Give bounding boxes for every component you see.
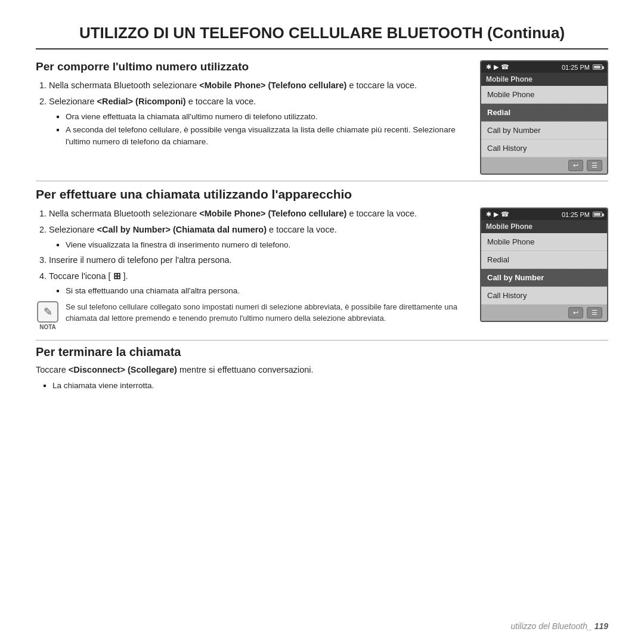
section2-title: Per effettuare una chiamata utilizzando … — [36, 181, 608, 202]
step2-4-icon: ⊞ — [113, 271, 121, 281]
screen1-statusbar: ✱ ▶ ☎ 01:25 PM — [481, 61, 607, 73]
page-footer: utilizzo del Bluetooth_ 119 — [511, 621, 608, 631]
screen2-statusbar: ✱ ▶ ☎ 01:25 PM — [481, 209, 607, 220]
screen2-back-btn[interactable]: ↩ — [568, 307, 583, 318]
bt-icon-2: ✱ — [486, 210, 491, 218]
screen2-menu: Mobile Phone Redial Call by Number Call … — [481, 233, 607, 305]
step2-1: Nella schermata Bluetooth selezionare <M… — [49, 208, 468, 221]
bullet2-2: Si sta effettuando una chiamata all'altr… — [66, 285, 468, 297]
screen1-item-1: Redial — [481, 104, 607, 122]
bullet1-2: A seconda del telefono cellulare, è poss… — [66, 124, 468, 148]
step1-1: Nella schermata Bluetooth selezionare <M… — [49, 79, 468, 92]
device-screen-2: ✱ ▶ ☎ 01:25 PM Mobile Phone Mobile Phone… — [480, 208, 608, 322]
screen2-item-2: Call by Number — [481, 269, 607, 287]
section1-bullets: Ora viene effettuata la chiamata all'ult… — [49, 111, 468, 148]
section1-title: Per comporre l'ultimo numero utilizzato — [36, 60, 468, 73]
nota-label: NOTA — [39, 324, 56, 330]
step2-2: Selezionare <Call by Number> (Chiamata d… — [49, 224, 468, 251]
bullet1-1: Ora viene effettuata la chiamata all'ult… — [66, 111, 468, 123]
section3: Per terminare la chiamata Toccare <Disco… — [36, 340, 608, 392]
device-screen-1: ✱ ▶ ☎ 01:25 PM Mobile Phone Mobile Phone… — [480, 60, 608, 175]
screen2-item-0: Mobile Phone — [481, 233, 607, 251]
section3-title: Per terminare la chiamata — [36, 345, 608, 359]
section2-bullets: Viene visualizzata la finestra di inseri… — [49, 239, 468, 251]
section3-bold: <Disconnect> (Scollegare) — [69, 365, 177, 374]
footer-page: 119 — [595, 621, 608, 631]
screen2-time: 01:25 PM — [562, 211, 590, 218]
screen1-menu-btn[interactable]: ☰ — [587, 160, 602, 171]
screen2-item-1: Redial — [481, 251, 607, 269]
section1: Per comporre l'ultimo numero utilizzato … — [36, 60, 608, 175]
step1-1-bold: <Mobile Phone> (Telefono cellulare) — [199, 80, 346, 90]
step1-2: Selezionare <Redial> (Ricomponi) e tocca… — [49, 95, 468, 148]
screen1-back-btn[interactable]: ↩ — [568, 160, 583, 171]
step2-1-bold: <Mobile Phone> (Telefono cellulare) — [199, 209, 346, 218]
screen2-phone: ☎ — [501, 210, 509, 218]
screen2-item-3: Call History — [481, 287, 607, 305]
screen1-menu: Mobile Phone Redial Call by Number Call … — [481, 86, 607, 157]
screen2-menu-btn[interactable]: ☰ — [587, 307, 602, 318]
section2-content: Nella schermata Bluetooth selezionare <M… — [36, 208, 468, 333]
screen1-play: ▶ — [494, 63, 499, 71]
screen1-phone: ☎ — [501, 63, 509, 71]
screen1-time: 01:25 PM — [562, 64, 590, 71]
battery-icon-2 — [593, 212, 602, 217]
bullet3-1: La chiamata viene interrotta. — [52, 380, 608, 392]
battery-icon-1 — [593, 64, 602, 70]
screen1-item-2: Call by Number — [481, 122, 607, 140]
screen1-header: Mobile Phone — [481, 73, 607, 86]
section2: Nella schermata Bluetooth selezionare <M… — [36, 208, 608, 333]
step2-4: Toccare l'icona [ ⊞ ]. Si sta effettuand… — [49, 270, 468, 298]
footer-text: utilizzo del Bluetooth_ — [511, 621, 595, 631]
page: UTILIZZO DI UN TELEFONO CELLULARE BLUETO… — [0, 0, 644, 644]
section2-bullets2: Si sta effettuando una chiamata all'altr… — [49, 285, 468, 297]
section3-text: Toccare <Disconnect> (Scollegare) mentre… — [36, 364, 608, 377]
screen1-item-0: Mobile Phone — [481, 86, 607, 104]
bt-icon-1: ✱ — [486, 63, 491, 71]
section1-content: Per comporre l'ultimo numero utilizzato … — [36, 60, 468, 151]
step1-2-bold: <Redial> (Ricomponi) — [97, 97, 186, 106]
step2-2-bold: <Call by Number> (Chiamata dal numero) — [97, 225, 267, 234]
note-icon: ✎ — [37, 301, 58, 323]
bullet2-1: Viene visualizzata la finestra di inseri… — [66, 239, 468, 251]
screen2-play: ▶ — [494, 210, 499, 218]
step2-3: Inserire il numero di telefono per l'alt… — [49, 254, 468, 267]
note-box: ✎ NOTA Se sul telefono cellulare collega… — [36, 301, 468, 330]
main-title: UTILIZZO DI UN TELEFONO CELLULARE BLUETO… — [36, 24, 608, 49]
screen2-footer: ↩ ☰ — [481, 305, 607, 321]
section3-bullets: La chiamata viene interrotta. — [36, 380, 608, 392]
section2-steps: Nella schermata Bluetooth selezionare <M… — [36, 208, 468, 298]
screen1-footer: ↩ ☰ — [481, 157, 607, 174]
section1-steps: Nella schermata Bluetooth selezionare <M… — [36, 79, 468, 148]
screen1-item-3: Call History — [481, 140, 607, 157]
note-text: Se sul telefono cellulare collegato sono… — [66, 301, 468, 324]
screen2-header: Mobile Phone — [481, 220, 607, 233]
